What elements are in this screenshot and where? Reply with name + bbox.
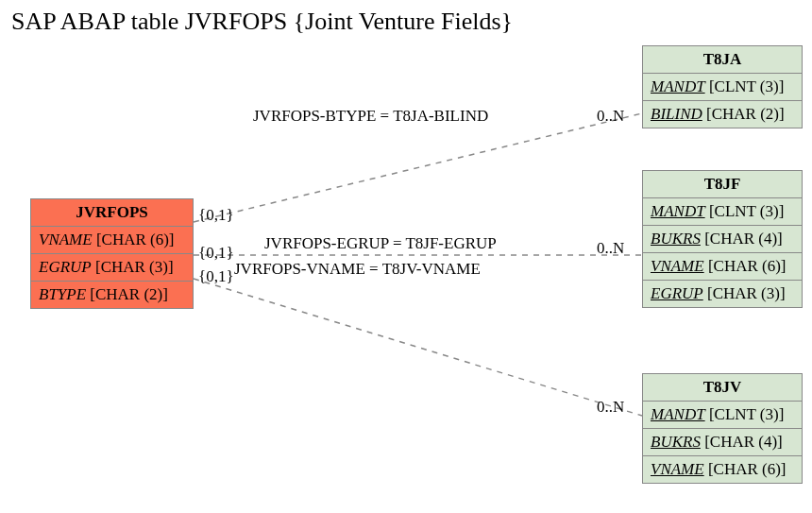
field-type: [CHAR (4)] [704,433,783,451]
relation-label-r1: JVRFOPS-BTYPE = T8JA-BILIND [253,107,488,126]
entity-t8ja-header: T8JA [643,46,802,74]
entity-t8jv-header: T8JV [643,374,802,402]
entity-t8jf-field-0: MANDT [CLNT (3)] [643,198,802,226]
field-type: [CHAR (4)] [704,230,783,248]
field-type: [CLNT (3)] [709,77,784,95]
field-type: [CHAR (6)] [96,231,175,248]
field-name: MANDT [651,77,705,95]
card-left-r1: {0,1} [198,206,234,225]
entity-t8jv-field-0: MANDT [CLNT (3)] [643,402,802,429]
svg-line-2 [194,279,642,416]
field-type: [CHAR (6)] [708,257,787,275]
field-type: [CHAR (2)] [706,105,785,123]
field-name: BUKRS [651,230,701,248]
entity-t8jv: T8JV MANDT [CLNT (3)] BUKRS [CHAR (4)] V… [642,373,803,484]
card-left-r3: {0,1} [198,267,234,286]
entity-t8ja: T8JA MANDT [CLNT (3)] BILIND [CHAR (2)] [642,45,803,128]
entity-t8jv-field-2: VNAME [CHAR (6)] [643,456,802,483]
field-name: VNAME [651,257,704,275]
entity-jvrfops-field-2: BTYPE [CHAR (2)] [31,282,193,308]
card-right-r1: 0..N [597,107,624,126]
svg-line-0 [194,113,642,222]
field-name: EGRUP [651,284,703,302]
field-name: BUKRS [651,433,701,451]
entity-jvrfops: JVRFOPS VNAME [CHAR (6)] EGRUP [CHAR (3)… [30,198,194,309]
field-type: [CHAR (6)] [708,460,787,478]
field-name: MANDT [651,202,705,220]
field-type: [CLNT (3)] [709,405,784,423]
relation-label-r2: JVRFOPS-EGRUP = T8JF-EGRUP [264,234,497,253]
entity-t8jf-field-3: EGRUP [CHAR (3)] [643,281,802,307]
entity-jvrfops-header: JVRFOPS [31,199,193,227]
entity-t8jf-field-1: BUKRS [CHAR (4)] [643,226,802,253]
entity-t8jf-header: T8JF [643,171,802,198]
field-type: [CHAR (3)] [95,258,174,276]
card-left-r2: {0,1} [198,244,234,263]
entity-jvrfops-field-0: VNAME [CHAR (6)] [31,227,193,254]
relation-label-r3: JVRFOPS-VNAME = T8JV-VNAME [234,260,481,279]
entity-t8jf: T8JF MANDT [CLNT (3)] BUKRS [CHAR (4)] V… [642,170,803,308]
field-name: BILIND [651,105,702,123]
card-right-r2: 0..N [597,239,624,258]
field-name: MANDT [651,405,705,423]
entity-t8jf-field-2: VNAME [CHAR (6)] [643,253,802,281]
field-name: VNAME [651,460,704,478]
field-name: VNAME [39,231,93,248]
field-name: EGRUP [39,258,92,276]
field-type: [CHAR (2)] [90,285,168,303]
entity-t8jv-field-1: BUKRS [CHAR (4)] [643,429,802,456]
entity-jvrfops-field-1: EGRUP [CHAR (3)] [31,254,193,282]
entity-t8ja-field-1: BILIND [CHAR (2)] [643,101,802,128]
field-name: BTYPE [39,285,86,303]
diagram-title: SAP ABAP table JVRFOPS {Joint Venture Fi… [11,8,513,36]
entity-t8ja-field-0: MANDT [CLNT (3)] [643,74,802,101]
card-right-r3: 0..N [597,398,624,417]
field-type: [CHAR (3)] [707,284,786,302]
field-type: [CLNT (3)] [709,202,784,220]
